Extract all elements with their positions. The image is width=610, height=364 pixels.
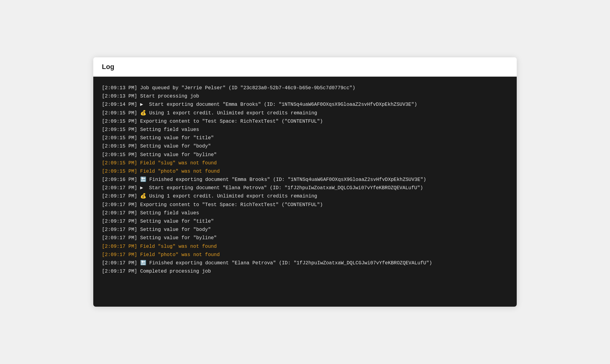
log-line: [2:09:17 PM] Setting value for "title" — [102, 217, 508, 226]
log-line: [2:09:17 PM] 🔚 Finished exporting docume… — [102, 259, 508, 267]
log-line: [2:09:14 PM] ▶️ Start exporting document… — [102, 101, 508, 109]
log-line: [2:09:13 PM] Start processing job — [102, 92, 508, 101]
log-line: [2:09:17 PM] Exporting content to "Test … — [102, 201, 508, 209]
log-line: [2:09:15 PM] Exporting content to "Test … — [102, 117, 508, 126]
log-line: [2:09:17 PM] 💰 Using 1 export credit. Un… — [102, 192, 508, 201]
log-line: [2:09:17 PM] Completed processing job — [102, 267, 508, 276]
log-line: [2:09:17 PM] ▶️ Start exporting document… — [102, 184, 508, 192]
log-window: Log [2:09:13 PM] Job queued by "Jerrie P… — [93, 57, 517, 307]
log-line: [2:09:17 PM] Field "photo" was not found — [102, 251, 508, 259]
log-line: [2:09:15 PM] Field "photo" was not found — [102, 167, 508, 176]
log-line: [2:09:17 PM] Setting value for "byline" — [102, 234, 508, 242]
window-title: Log — [102, 63, 114, 71]
log-line: [2:09:15 PM] Field "slug" was not found — [102, 159, 508, 167]
log-line: [2:09:15 PM] Setting field values — [102, 126, 508, 134]
log-line: [2:09:17 PM] Setting value for "body" — [102, 226, 508, 234]
log-line: [2:09:15 PM] Setting value for "body" — [102, 142, 508, 151]
log-line: [2:09:13 PM] Job queued by "Jerrie Pelse… — [102, 84, 508, 92]
log-line: [2:09:15 PM] 💰 Using 1 export credit. Un… — [102, 109, 508, 117]
log-line: [2:09:15 PM] Setting value for "title" — [102, 134, 508, 142]
log-line: [2:09:16 PM] 🔚 Finished exporting docume… — [102, 176, 508, 184]
window-header: Log — [93, 57, 517, 77]
log-line: [2:09:17 PM] Field "slug" was not found — [102, 243, 508, 251]
log-container[interactable]: [2:09:13 PM] Job queued by "Jerrie Pelse… — [93, 77, 517, 307]
log-line: [2:09:15 PM] Setting value for "byline" — [102, 151, 508, 159]
log-line: [2:09:17 PM] Setting field values — [102, 209, 508, 217]
